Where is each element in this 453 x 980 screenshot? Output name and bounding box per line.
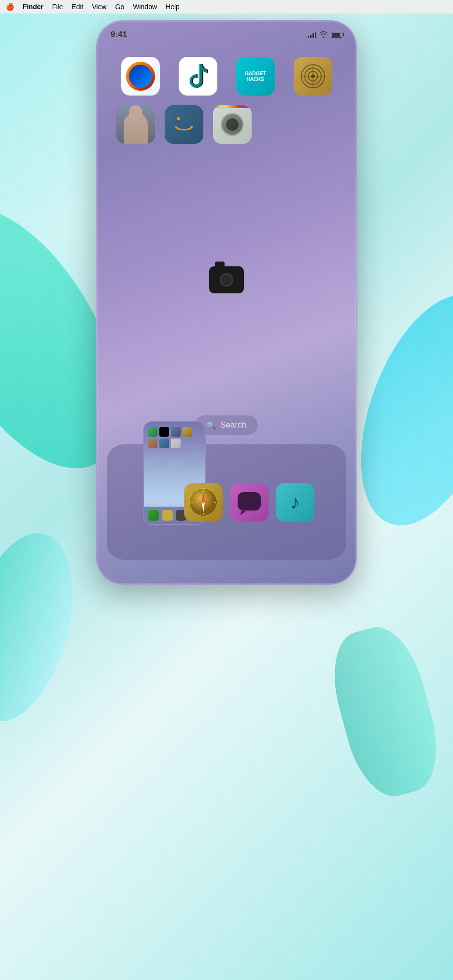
network-icon-img — [294, 57, 332, 96]
dock-music[interactable]: ♪ — [276, 483, 314, 522]
status-time: 9:41 — [111, 30, 127, 40]
signal-bar-1 — [308, 36, 309, 38]
camera-lens — [220, 273, 233, 287]
menubar: 🍎 Finder File Edit View Go Window Help — [0, 0, 453, 14]
search-label[interactable]: Search — [220, 420, 246, 430]
gadget-icon-img: GADGET HACKS — [236, 57, 275, 96]
app-cameraroll[interactable] — [213, 105, 252, 144]
menu-view[interactable]: View — [92, 3, 106, 11]
dock: ♪ — [107, 444, 346, 560]
app-tiktok[interactable] — [174, 57, 222, 96]
thumb-app-6 — [159, 439, 169, 448]
thumb-app-7 — [171, 439, 181, 448]
svg-rect-6 — [177, 117, 180, 120]
app-firefox[interactable] — [116, 57, 164, 96]
thumb-app-4 — [183, 427, 192, 437]
thumb-app-5 — [148, 439, 157, 448]
battery-fill — [332, 33, 340, 37]
signal-bar-4 — [315, 32, 316, 38]
apple-menu[interactable]: 🍎 — [6, 3, 14, 11]
app-grid-row1: GADGET HACKS — [97, 42, 356, 96]
photo-icon-img — [116, 105, 155, 144]
dock-thumb-2 — [162, 510, 173, 521]
photo-portrait — [116, 105, 155, 144]
lens-circle — [221, 113, 244, 136]
thumb-app-3 — [171, 427, 181, 437]
messages-bubble-icon — [235, 488, 263, 516]
menu-go[interactable]: Go — [115, 3, 125, 11]
wifi-icon — [319, 31, 328, 39]
signal-bar-3 — [312, 33, 314, 38]
dock-safari[interactable] — [184, 483, 223, 522]
app-amazon[interactable] — [165, 105, 203, 144]
iphone-frame: 9:41 — [96, 20, 357, 585]
music-note-icon: ♪ — [290, 491, 300, 513]
lens-color-strip — [213, 105, 252, 108]
menu-edit[interactable]: Edit — [71, 3, 83, 11]
safari-compass-icon — [188, 487, 218, 517]
search-icon: 🔍 — [207, 421, 216, 430]
menu-file[interactable]: File — [52, 3, 63, 11]
camera-body — [209, 266, 244, 293]
firefox-flame — [126, 62, 155, 91]
camera-center[interactable] — [209, 266, 244, 293]
dock-thumb-1 — [148, 510, 159, 521]
lens-inner — [213, 105, 252, 144]
status-bar: 9:41 — [97, 21, 356, 42]
signal-bar-2 — [310, 35, 311, 38]
app-grid-row2 — [97, 96, 356, 144]
gadget-text: GADGET HACKS — [244, 70, 266, 82]
thumb-app-2 — [159, 427, 169, 437]
battery-icon — [331, 32, 342, 38]
app-photos[interactable] — [116, 105, 155, 144]
photo-person-shape — [124, 112, 148, 144]
app-gadgethacks[interactable]: GADGET HACKS — [231, 57, 279, 96]
menu-finder[interactable]: Finder — [23, 3, 43, 11]
status-icons — [308, 31, 342, 39]
dock-messages[interactable] — [230, 483, 269, 522]
menu-help[interactable]: Help — [166, 3, 180, 11]
firefox-icon-img — [121, 57, 160, 96]
bg-shape-4 — [322, 619, 449, 805]
signal-bars-icon — [308, 31, 316, 38]
dock-area: 🔍 Search — [107, 415, 346, 560]
thumb-app-1 — [148, 427, 157, 437]
tiktok-icon-img — [179, 57, 217, 96]
svg-rect-15 — [238, 492, 261, 511]
bg-shape-3 — [0, 522, 91, 733]
phone-thumb-apps — [144, 422, 205, 437]
amazon-icon-img — [165, 105, 203, 144]
app-network[interactable] — [289, 57, 337, 96]
menu-window[interactable]: Window — [133, 3, 157, 11]
lens-icon-img — [213, 105, 252, 144]
phone-thumb-apps2 — [144, 437, 205, 448]
